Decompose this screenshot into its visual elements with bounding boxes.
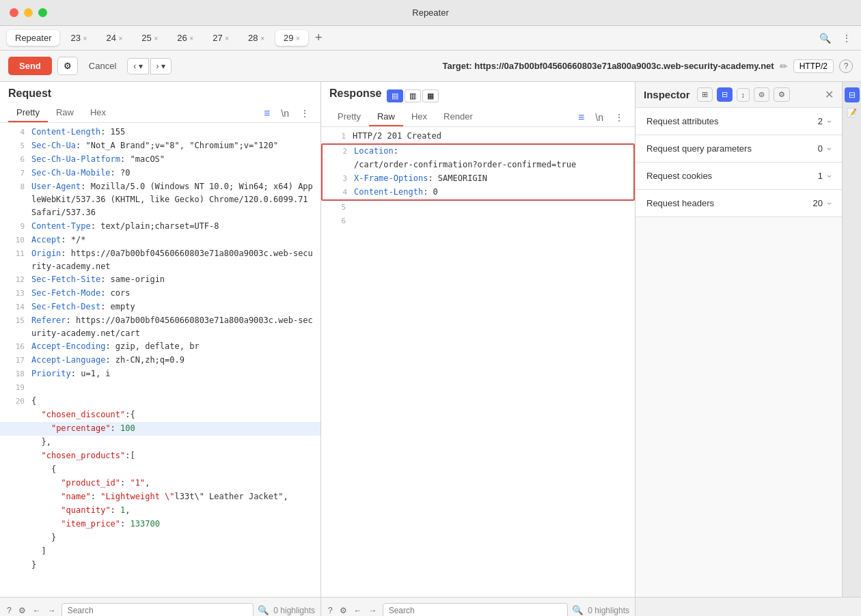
inspector-section[interactable]: Request query parameters0› [636, 135, 842, 163]
tab-render-response[interactable]: Render [435, 108, 481, 126]
cancel-button[interactable]: Cancel [83, 57, 122, 74]
response-highlight-box: 2Location:/cart/order-confirmation?order… [321, 143, 635, 201]
response-nav-next[interactable]: → [368, 604, 379, 617]
sidebar-icon-inspector[interactable]: ⊟ [845, 87, 860, 102]
menubar-right: 🔍 ⋮ [817, 31, 854, 45]
request-search-help[interactable]: ? [5, 604, 13, 617]
response-search-bar: ? ⚙ ← → 🔍 0 highlights [321, 598, 636, 616]
nav-next-button[interactable]: › ▾ [150, 58, 172, 74]
request-nav-next[interactable]: → [46, 604, 57, 617]
tab-hex-response[interactable]: Hex [403, 108, 435, 126]
settings-button[interactable]: ⚙ [57, 57, 78, 75]
request-nav-prev[interactable]: ← [31, 604, 42, 617]
search-panels: ? ⚙ ← → 🔍 0 highlights ? ⚙ ← → 🔍 0 highl… [0, 597, 861, 616]
response-nav-prev[interactable]: ← [353, 604, 364, 617]
response-search-input[interactable] [383, 603, 569, 617]
response-line: 6 [321, 214, 635, 228]
help-icon[interactable]: ? [839, 59, 853, 73]
response-tab-icons: ≡ \n ⋮ [575, 110, 627, 125]
request-code-area[interactable]: 4Content-Length: 1555Sec-Ch-Ua: "Not_A B… [0, 123, 320, 597]
nav-prev-button[interactable]: ‹ ▾ [127, 58, 148, 74]
request-tab-24[interactable]: 24 × [98, 30, 131, 46]
inspector-section-count: 20 [813, 198, 823, 208]
maximize-button[interactable] [38, 8, 47, 17]
request-line: } [0, 531, 320, 545]
search-global-button[interactable]: 🔍 [817, 31, 834, 45]
add-tab-button[interactable]: + [311, 31, 327, 45]
tab-hex-request[interactable]: Hex [82, 104, 114, 122]
request-tab-27[interactable]: 27 × [204, 30, 237, 46]
inspector-section-count: 1 [818, 171, 823, 181]
request-search-settings[interactable]: ⚙ [17, 604, 27, 617]
more-options-button[interactable]: ⋮ [839, 31, 854, 45]
request-tab-28[interactable]: 28 × [240, 30, 273, 46]
inspector-panel: Inspector ⊞ ⊟ ↕ ⊜ ⚙ ✕ Request attributes… [636, 82, 842, 597]
view-split-btn[interactable]: ▤ [387, 89, 403, 102]
inspector-toggle-response[interactable]: ≡ [575, 110, 587, 125]
request-line: "item_price": 133700 [0, 518, 320, 531]
toolbar: Send ⚙ Cancel ‹ ▾ › ▾ Target: https://0a… [0, 51, 861, 82]
tab-raw-request[interactable]: Raw [48, 104, 82, 122]
request-line: 10Accept: */* [0, 234, 320, 247]
request-tab-23[interactable]: 23 × [62, 30, 95, 46]
response-search-help[interactable]: ? [327, 604, 334, 617]
inspector-filter-btn[interactable]: ⊜ [754, 87, 769, 102]
send-button[interactable]: Send [8, 57, 52, 75]
request-line: 16Accept-Encoding: gzip, deflate, br [0, 340, 320, 354]
wrap-toggle-response[interactable]: \n [592, 111, 606, 124]
view-cols-btn[interactable]: ▥ [405, 89, 421, 102]
inspector-section-title: Request cookies [646, 171, 818, 181]
inspector-settings-btn[interactable]: ⚙ [774, 87, 790, 102]
request-tab-26[interactable]: 26 × [169, 30, 202, 46]
more-request[interactable]: ⋮ [297, 107, 312, 120]
inspector-toggle-2[interactable]: ⊟ [717, 87, 733, 102]
target-bar: Target: https://0a7b00bf04560660803e71a8… [443, 59, 853, 73]
tab-bar: Repeater 23 ×24 ×25 ×26 ×27 ×28 ×29 × + … [0, 26, 861, 51]
response-line: 4Content-Length: 0 [323, 186, 633, 199]
request-search-input[interactable] [62, 603, 254, 617]
window-controls [0, 8, 47, 17]
request-line: "name": "Lightweight \"l33t\" Leather Ja… [0, 490, 320, 504]
chevron-down-icon: › [825, 120, 834, 123]
response-code-area[interactable]: 1HTTP/2 201 Created2Location:/cart/order… [321, 127, 635, 597]
request-tabs-container: 23 ×24 ×25 ×26 ×27 ×28 ×29 × [62, 30, 308, 46]
response-search-settings[interactable]: ⚙ [338, 604, 348, 617]
request-line: } [0, 559, 320, 572]
inspector-section[interactable]: Request headers20› [636, 190, 842, 217]
tab-pretty-request[interactable]: Pretty [8, 104, 48, 122]
response-search-submit[interactable]: 🔍 [572, 605, 584, 615]
request-line: 9Content-Type: text/plain;charset=UTF-8 [0, 220, 320, 234]
main-content: Request Pretty Raw Hex ≡ \n ⋮ 4Content-L… [0, 82, 861, 597]
http-version-badge[interactable]: HTTP/2 [793, 59, 834, 73]
inspector-section-count: 2 [818, 116, 823, 126]
inspector-sort-btn[interactable]: ↕ [737, 88, 750, 102]
inspector-section[interactable]: Request cookies1› [636, 163, 842, 190]
inspector-toggle-1[interactable]: ⊞ [697, 87, 713, 102]
request-line: 14Sec-Fetch-Dest: empty [0, 300, 320, 314]
request-line: ] [0, 545, 320, 559]
request-line: "percentage": 100 [0, 422, 320, 436]
inspector-close-button[interactable]: ✕ [825, 88, 834, 101]
request-tab-25[interactable]: 25 × [133, 30, 166, 46]
request-line: 8User-Agent: Mozilla/5.0 (Windows NT 10.… [0, 180, 320, 220]
inspector-toggle-request[interactable]: ≡ [261, 106, 273, 121]
response-line: 5 [321, 201, 635, 214]
request-panel-header: Request Pretty Raw Hex ≡ \n ⋮ [0, 82, 320, 123]
request-line: 11Origin: https://0a7b00bf04560660803e71… [0, 247, 320, 273]
tab-raw-response[interactable]: Raw [369, 108, 403, 126]
minimize-button[interactable] [24, 8, 33, 17]
more-response[interactable]: ⋮ [612, 111, 627, 124]
inspector-section-title: Request headers [646, 198, 813, 208]
inspector-section[interactable]: Request attributes2› [636, 108, 842, 135]
request-tab-29[interactable]: 29 × [275, 30, 308, 46]
repeater-menu-tab[interactable]: Repeater [7, 30, 59, 46]
sidebar-icon-notes[interactable]: 📝 [845, 105, 860, 120]
close-button[interactable] [10, 8, 18, 17]
request-panel-tabs: Pretty Raw Hex ≡ \n ⋮ [8, 104, 312, 122]
edit-target-icon[interactable]: ✏ [780, 61, 788, 72]
request-line: "product_id": "1", [0, 477, 320, 490]
request-search-submit[interactable]: 🔍 [258, 605, 269, 615]
tab-pretty-response[interactable]: Pretty [329, 108, 369, 126]
wrap-toggle-request[interactable]: \n [278, 107, 292, 120]
view-rows-btn[interactable]: ▦ [422, 89, 439, 102]
